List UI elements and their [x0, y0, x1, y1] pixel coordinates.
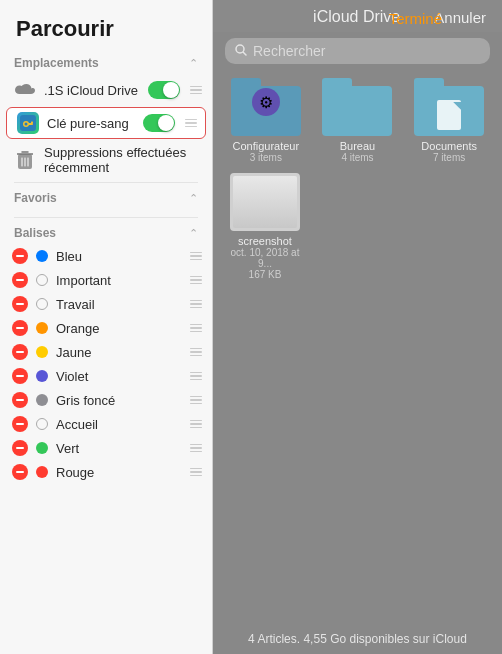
cle-app-icon	[17, 112, 39, 134]
balise-item-2[interactable]: Travail	[0, 292, 212, 316]
trash-icon	[14, 149, 36, 171]
balise-minus-btn-8[interactable]	[12, 440, 28, 456]
balise-item-7[interactable]: Accueil	[0, 412, 212, 436]
files-grid: ⚙ Configurateur 3 items Bureau 4 items	[213, 72, 502, 173]
balise-name-5: Violet	[56, 369, 186, 384]
balises-chevron-icon: ⌃	[189, 227, 198, 240]
location-item-cle[interactable]: Clé pure-sang	[6, 107, 206, 139]
balise-name-4: Jaune	[56, 345, 186, 360]
balise-name-7: Accueil	[56, 417, 186, 432]
file-item-bureau[interactable]: Bureau 4 items	[317, 78, 399, 163]
divider-favoris	[14, 217, 198, 218]
icloud-drive-name: .1S iCloud Drive	[44, 83, 148, 98]
balise-name-2: Travail	[56, 297, 186, 312]
balise-minus-btn-0[interactable]	[12, 248, 28, 264]
configurateur-meta: 3 items	[250, 152, 282, 163]
balise-minus-btn-6[interactable]	[12, 392, 28, 408]
balise-item-6[interactable]: Gris foncé	[0, 388, 212, 412]
balise-item-3[interactable]: Orange	[0, 316, 212, 340]
balise-item-1[interactable]: Important	[0, 268, 212, 292]
screenshot-meta2: 167 KB	[249, 269, 282, 280]
svg-point-2	[25, 123, 28, 126]
file-item-screenshot[interactable]: screenshot oct. 10, 2018 at 9... 167 KB	[225, 173, 305, 280]
balise-name-3: Orange	[56, 321, 186, 336]
balises-list: BleuImportantTravailOrangeJauneVioletGri…	[0, 244, 212, 484]
emplacements-section-header[interactable]: Emplacements ⌃	[0, 50, 212, 74]
file-item-documents[interactable]: Documents 7 items	[408, 78, 490, 163]
bottom-status: 4 Articles. 4,55 Go disponibles sur iClo…	[248, 632, 467, 646]
balise-name-9: Rouge	[56, 465, 186, 480]
icloud-drive-toggle[interactable]	[148, 81, 180, 99]
folder-icon-bureau	[322, 78, 392, 136]
tag-dot-2	[36, 298, 48, 310]
configurateur-name: Configurateur	[233, 140, 300, 152]
done-button[interactable]: Terminé	[389, 10, 442, 27]
svg-rect-4	[31, 122, 33, 124]
suppressions-name: Suppressions effectuées récemment	[44, 145, 202, 175]
doc-sheet	[437, 100, 461, 130]
left-panel: Parcourir Emplacements ⌃ .1S iCloud Driv…	[0, 0, 213, 654]
balises-label: Balises	[14, 226, 56, 240]
balise-drag-handle-5	[190, 372, 202, 381]
top-bar: Terminé iCloud Drive Annuler	[213, 0, 502, 32]
balise-drag-handle-7	[190, 420, 202, 429]
tag-dot-1	[36, 274, 48, 286]
cancel-button[interactable]: Annuler	[434, 9, 486, 26]
tag-dot-7	[36, 418, 48, 430]
screenshot-name: screenshot	[238, 235, 292, 247]
cle-name: Clé pure-sang	[47, 116, 143, 131]
folder-icon-documents	[414, 78, 484, 136]
balise-name-1: Important	[56, 273, 186, 288]
emplacements-chevron-icon: ⌃	[189, 57, 198, 70]
page-title: Parcourir	[0, 0, 212, 50]
favoris-section-header[interactable]: Favoris ⌃	[0, 185, 212, 209]
file-item-configurateur[interactable]: ⚙ Configurateur 3 items	[225, 78, 307, 163]
tag-dot-8	[36, 442, 48, 454]
balise-item-5[interactable]: Violet	[0, 364, 212, 388]
balise-drag-handle-3	[190, 324, 202, 333]
tag-dot-3	[36, 322, 48, 334]
icloud-drag-handle	[190, 86, 202, 95]
balise-name-0: Bleu	[56, 249, 186, 264]
balise-minus-btn-5[interactable]	[12, 368, 28, 384]
balise-drag-handle-4	[190, 348, 202, 357]
balise-drag-handle-9	[190, 468, 202, 477]
tag-dot-4	[36, 346, 48, 358]
screenshot-row: screenshot oct. 10, 2018 at 9... 167 KB	[213, 173, 502, 280]
balise-minus-btn-3[interactable]	[12, 320, 28, 336]
balise-minus-btn-4[interactable]	[12, 344, 28, 360]
tag-dot-6	[36, 394, 48, 406]
balise-item-4[interactable]: Jaune	[0, 340, 212, 364]
balise-minus-btn-7[interactable]	[12, 416, 28, 432]
balise-drag-handle-0	[190, 252, 202, 261]
icloud-drive-icon	[14, 79, 36, 101]
configurateur-badge: ⚙	[252, 88, 280, 116]
svg-line-7	[244, 52, 247, 55]
tag-dot-5	[36, 370, 48, 382]
balise-minus-btn-9[interactable]	[12, 464, 28, 480]
location-item-suppressions[interactable]: Suppressions effectuées récemment	[0, 140, 212, 180]
documents-meta: 7 items	[433, 152, 465, 163]
screenshot-thumbnail	[230, 173, 300, 231]
balise-minus-btn-2[interactable]	[12, 296, 28, 312]
search-bar[interactable]: Rechercher	[225, 38, 490, 64]
search-icon	[235, 44, 247, 59]
divider-emplacements	[14, 182, 198, 183]
location-item-icloud[interactable]: .1S iCloud Drive	[0, 74, 212, 106]
tag-dot-0	[36, 250, 48, 262]
balise-minus-btn-1[interactable]	[12, 272, 28, 288]
balise-item-0[interactable]: Bleu	[0, 244, 212, 268]
tag-dot-9	[36, 466, 48, 478]
cle-toggle[interactable]	[143, 114, 175, 132]
balise-item-8[interactable]: Vert	[0, 436, 212, 460]
balises-section-header[interactable]: Balises ⌃	[0, 220, 212, 244]
favoris-chevron-icon: ⌃	[189, 192, 198, 205]
balise-drag-handle-6	[190, 396, 202, 405]
balise-item-9[interactable]: Rouge	[0, 460, 212, 484]
balise-drag-handle-8	[190, 444, 202, 453]
folder-icon-configurateur: ⚙	[231, 78, 301, 136]
right-panel: Terminé iCloud Drive Annuler Rechercher …	[213, 0, 502, 654]
screenshot-meta: oct. 10, 2018 at 9...	[225, 247, 305, 269]
bottom-bar: 4 Articles. 4,55 Go disponibles sur iClo…	[213, 624, 502, 654]
balise-name-8: Vert	[56, 441, 186, 456]
